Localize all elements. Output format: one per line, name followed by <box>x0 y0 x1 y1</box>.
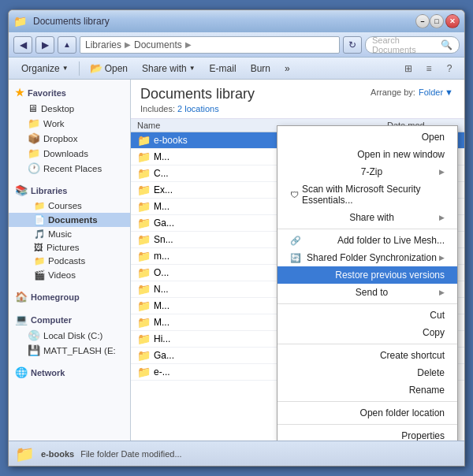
context-menu-item[interactable]: Send to▶ <box>277 284 457 301</box>
context-menu-item[interactable]: Open in new window <box>277 146 457 163</box>
breadcrumb-arrow1: ▶ <box>125 40 131 49</box>
context-menu-separator <box>277 344 457 344</box>
courses-icon: 📁 <box>34 200 45 211</box>
file-folder-icon: 📁 <box>137 333 151 345</box>
minimize-button[interactable]: – <box>415 14 430 28</box>
burn-label: Burn <box>251 63 270 74</box>
right-panel: Documents library Includes: 2 locations … <box>131 80 464 441</box>
favorites-header[interactable]: ★ Favorites <box>9 84 130 101</box>
file-folder-icon: 📁 <box>137 349 151 362</box>
view-details-button[interactable]: ≡ <box>420 61 438 76</box>
context-menu-item[interactable]: 🔄Shared Folder Synchronization▶ <box>277 249 457 266</box>
locations-link[interactable]: 2 locations <box>177 104 219 113</box>
arrange-button[interactable]: Folder ▼ <box>419 87 453 97</box>
search-box[interactable]: Search Documents 🔍 <box>365 36 460 54</box>
documents-label: Documents <box>48 215 98 225</box>
libraries-section: 📚 Libraries 📁 Courses 📄 Documents 🎵 Musi… <box>9 182 130 282</box>
podcasts-icon: 📁 <box>34 255 45 266</box>
file-folder-icon: 📁 <box>137 217 151 229</box>
context-menu-item[interactable]: Rename <box>277 381 457 399</box>
ctx-item-label: Add folder to Live Mesh... <box>337 235 445 246</box>
dropbox-label: Dropbox <box>43 134 77 143</box>
ctx-arrow-icon: ▶ <box>439 288 445 296</box>
sidebar-item-documents[interactable]: 📄 Documents <box>9 213 130 227</box>
open-button[interactable]: 📂 Open <box>84 60 134 77</box>
email-label: E-mail <box>210 63 236 74</box>
context-menu-item[interactable]: Copy <box>277 324 457 341</box>
maximize-button[interactable]: □ <box>430 14 444 28</box>
main-content: ★ Favorites 🖥 Desktop 📁 Work 📦 Dropbox 📁 <box>9 80 464 441</box>
context-menu-separator <box>277 303 457 304</box>
courses-label: Courses <box>48 201 82 210</box>
context-menu-item[interactable]: Share with▶ <box>277 209 457 226</box>
email-button[interactable]: E-mail <box>203 60 243 77</box>
network-icon: 🌐 <box>15 366 28 378</box>
close-button[interactable]: ✕ <box>445 14 460 28</box>
file-folder-icon: 📁 <box>137 266 151 279</box>
file-folder-icon: 📁 <box>137 316 151 329</box>
context-menu: OpenOpen in new window7-Zip▶🛡Scan with M… <box>277 125 458 441</box>
ctx-item-label: Rename <box>409 385 445 396</box>
view-list-button[interactable]: ⊞ <box>400 61 417 76</box>
sidebar-item-downloads[interactable]: 📁 Downloads <box>9 146 130 161</box>
refresh-button[interactable]: ↻ <box>343 36 362 54</box>
window-title: Documents library <box>33 16 110 27</box>
context-menu-item[interactable]: 🛡Scan with Microsoft Security Essentials… <box>277 180 457 209</box>
organize-button[interactable]: Organize ▼ <box>15 60 75 77</box>
sidebar-item-music[interactable]: 🎵 Music <box>9 227 130 241</box>
sidebar-item-videos[interactable]: 🎬 Videos <box>9 268 130 282</box>
libraries-header[interactable]: 📚 Libraries <box>9 182 130 199</box>
explorer-window: 📁 Documents library – □ ✕ ◀ ▶ ▲ Librarie… <box>8 9 465 467</box>
status-folder-icon: 📁 <box>15 444 35 463</box>
ctx-item-label: Open folder location <box>360 407 445 418</box>
more-button[interactable]: » <box>278 60 296 77</box>
sidebar-item-dropbox[interactable]: 📦 Dropbox <box>9 131 130 146</box>
homegroup-header[interactable]: 🏠 Homegroup <box>9 288 130 305</box>
recent-places-icon: 🕐 <box>28 162 40 174</box>
back-button[interactable]: ◀ <box>13 36 32 54</box>
file-folder-icon: 📁 <box>137 151 151 163</box>
context-menu-item[interactable]: Open <box>277 128 457 146</box>
sidebar-item-localdisk[interactable]: 💿 Local Disk (C:) <box>9 328 130 343</box>
network-section: 🌐 Network <box>9 364 130 381</box>
help-button[interactable]: ? <box>441 61 458 76</box>
context-menu-item[interactable]: 🔗Add folder to Live Mesh... <box>277 232 457 249</box>
forward-button[interactable]: ▶ <box>35 36 54 54</box>
share-button[interactable]: Share with ▼ <box>136 60 202 77</box>
sidebar-item-pictures[interactable]: 🖼 Pictures <box>9 241 130 254</box>
sidebar-item-recent-places[interactable]: 🕐 Recent Places <box>9 161 130 176</box>
desktop-label: Desktop <box>41 104 74 113</box>
breadcrumb[interactable]: Libraries ▶ Documents ▶ <box>80 36 340 54</box>
organize-arrow: ▼ <box>62 65 69 72</box>
file-folder-icon: 📁 <box>137 200 151 213</box>
ctx-item-label: Share with <box>349 212 394 223</box>
context-menu-item[interactable]: Open folder location <box>277 404 457 422</box>
context-menu-item[interactable]: Cut <box>277 307 457 324</box>
arrange-label: Arrange by: <box>371 87 415 97</box>
sidebar-item-flash[interactable]: 💾 MATT_FLASH (E: <box>9 343 130 358</box>
context-menu-item[interactable]: Restore previous versions <box>277 266 457 284</box>
title-bar-left: 📁 Documents library <box>13 15 415 28</box>
burn-button[interactable]: Burn <box>244 60 277 77</box>
arrange-by: Arrange by: Folder ▼ <box>371 87 453 97</box>
sidebar-item-work[interactable]: 📁 Work <box>9 116 130 131</box>
context-menu-item[interactable]: 7-Zip▶ <box>277 163 457 180</box>
share-arrow: ▼ <box>189 65 196 72</box>
computer-header[interactable]: 💻 Computer <box>9 311 130 328</box>
pictures-label: Pictures <box>47 243 80 252</box>
context-menu-item[interactable]: Create shortcut <box>277 347 457 364</box>
file-folder-icon: 📁 <box>137 134 151 147</box>
toolbar-sep1 <box>79 61 80 76</box>
sidebar-item-podcasts[interactable]: 📁 Podcasts <box>9 254 130 268</box>
sidebar-item-desktop[interactable]: 🖥 Desktop <box>9 101 130 116</box>
computer-label: Computer <box>31 315 72 325</box>
music-icon: 🎵 <box>34 229 45 240</box>
flash-icon: 💾 <box>28 344 40 356</box>
context-menu-item[interactable]: Delete <box>277 364 457 381</box>
ctx-item-icon: 🔄 <box>290 253 304 263</box>
context-menu-item[interactable]: Properties <box>277 427 457 441</box>
up-button[interactable]: ▲ <box>58 36 76 54</box>
network-header[interactable]: 🌐 Network <box>9 364 130 381</box>
podcasts-label: Podcasts <box>48 256 85 266</box>
sidebar-item-courses[interactable]: 📁 Courses <box>9 199 130 213</box>
